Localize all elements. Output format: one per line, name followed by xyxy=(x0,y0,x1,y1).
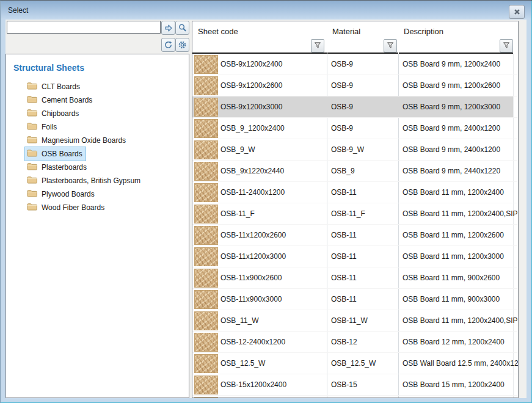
tree-item[interactable]: Magnesium Oxide Boards xyxy=(6,134,189,147)
close-icon xyxy=(514,7,520,18)
osb-texture-thumbnail xyxy=(194,290,218,309)
cell-sheet-code: OSB-15x1200x2600 xyxy=(220,396,286,398)
cell-description: OSB Board 9 mm, 2440x1220 xyxy=(403,161,500,181)
go-button[interactable] xyxy=(161,21,175,35)
column-header-description[interactable]: Description xyxy=(404,27,443,36)
table-row[interactable]: OSB-11x900x2600 OSB-11 OSB Board 11 mm, … xyxy=(192,267,518,289)
osb-texture-thumbnail xyxy=(194,76,218,95)
cell-material: OSB-9_W xyxy=(331,139,364,160)
column-header-material[interactable]: Material xyxy=(332,27,360,36)
cell-sheet-code: OSB-15x1200x2400 xyxy=(220,374,286,395)
cell-sheet-code: OSB-11x900x2600 xyxy=(220,267,282,288)
table-row[interactable]: OSB-11x900x3000 OSB-11 OSB Board 11 mm, … xyxy=(192,289,518,310)
osb-texture-thumbnail xyxy=(194,226,218,245)
osb-texture-thumbnail xyxy=(194,311,218,330)
table-row[interactable]: OSB-15x1200x2600 OSB-15 OSB Board 15 mm,… xyxy=(192,396,518,398)
table-row[interactable]: OSB_9_1200x2400 OSB-9 OSB Board 9 mm, 24… xyxy=(192,118,518,139)
search-button[interactable] xyxy=(175,21,189,35)
tree-item[interactable]: Cement Boards xyxy=(6,93,189,107)
column-header-sheet-code[interactable]: Sheet code xyxy=(198,27,238,36)
osb-texture-thumbnail xyxy=(194,98,218,117)
table-row[interactable]: OSB-11-2400x1200 OSB-11 OSB Board 11 mm,… xyxy=(192,182,518,203)
folder-icon xyxy=(27,81,37,92)
cell-material: OSB-11 xyxy=(331,246,357,267)
osb-texture-thumbnail xyxy=(194,162,218,181)
cell-description: OSB Board 9 mm, 1200x2600 xyxy=(403,75,500,96)
filter-button-sheet-code[interactable] xyxy=(311,39,324,53)
table-row[interactable]: OSB-11x1200x2600 OSB-11 OSB Board 11 mm,… xyxy=(192,225,518,246)
folder-icon xyxy=(27,189,37,200)
tree-item[interactable]: Chipboards xyxy=(6,107,189,120)
cell-description: OSB Board 11 mm, 900x2600 xyxy=(403,267,500,288)
filter-button-material[interactable] xyxy=(384,39,397,53)
refresh-button[interactable] xyxy=(161,38,175,52)
table-row[interactable]: OSB_12.5_W OSB_12.5_W OSB Wall Board 12.… xyxy=(192,353,518,374)
folder-icon xyxy=(27,95,37,106)
osb-texture-thumbnail xyxy=(194,205,218,223)
window-title: Select xyxy=(8,6,28,15)
folder-icon xyxy=(27,108,37,119)
cell-sheet-code: OSB-11x900x3000 xyxy=(220,289,282,310)
tree-item[interactable]: Foils xyxy=(6,120,189,134)
table-row[interactable]: OSB-9x1200x2600 OSB-9 OSB Board 9 mm, 12… xyxy=(192,75,518,96)
funnel-icon xyxy=(314,40,321,51)
select-dialog: Select xyxy=(0,0,532,403)
tree-item-label: OSB Boards xyxy=(42,150,82,158)
settings-button[interactable] xyxy=(175,38,189,52)
table-row[interactable]: OSB-11x1200x3000 OSB-11 OSB Board 11 mm,… xyxy=(192,246,518,267)
cell-material: OSB-9 xyxy=(331,75,353,96)
client-area: Structural Sheets CLT Boards Cement Boar… xyxy=(5,20,527,398)
osb-texture-thumbnail xyxy=(194,354,218,373)
folder-icon xyxy=(27,175,37,186)
tree-item-label: Cement Boards xyxy=(42,96,92,104)
cell-description: OSB Board 11 mm, 900x3000 xyxy=(403,289,500,310)
cell-description: OSB Board 9 mm, 2400x1200 xyxy=(403,118,500,139)
table-row[interactable]: OSB-11_F OSB-11_F OSB Board 11 mm, 1200x… xyxy=(192,203,518,225)
cell-material: OSB-15 xyxy=(331,396,357,398)
title-bar[interactable]: Select xyxy=(1,1,531,20)
osb-texture-thumbnail xyxy=(194,140,218,159)
cell-material: OSB-9 xyxy=(331,118,353,139)
magnifier-icon xyxy=(178,23,187,32)
tree-item[interactable]: CLT Boards xyxy=(6,80,189,93)
cell-material: OSB-9 xyxy=(331,96,353,117)
osb-texture-thumbnail xyxy=(194,397,218,398)
cell-sheet-code: OSB-11x1200x2600 xyxy=(220,225,286,245)
tree-items: CLT Boards Cement Boards Chipboards xyxy=(6,80,189,214)
cell-material: OSB-11 xyxy=(331,182,357,203)
folder-icon xyxy=(27,122,37,133)
cell-description: OSB Board 11 mm, 1200x2400,SIP xyxy=(403,310,518,331)
tree-item-label: CLT Boards xyxy=(42,82,80,91)
table-row[interactable]: OSB-9x1200x3000 OSB-9 OSB Board 9 mm, 12… xyxy=(192,96,518,118)
close-button[interactable] xyxy=(509,5,525,19)
cell-sheet-code: OSB-9x1200x2400 xyxy=(220,54,282,74)
filter-button-description[interactable] xyxy=(500,39,513,53)
tree-item[interactable]: Wood Fiber Boards xyxy=(6,201,189,214)
cell-description: OSB Wall Board 12.5 mm, 2400x1200 xyxy=(403,353,519,374)
table-header: Sheet code Material Description xyxy=(192,21,518,54)
tree-item[interactable]: Plasterboards xyxy=(6,161,189,174)
tree-item[interactable]: OSB Boards xyxy=(6,147,189,161)
cell-sheet-code: OSB-11x1200x3000 xyxy=(220,246,286,267)
cell-sheet-code: OSB_12.5_W xyxy=(220,353,265,374)
search-input[interactable] xyxy=(7,21,161,34)
tree-item[interactable]: Plasterboards, British Gypsum xyxy=(6,174,189,187)
cell-sheet-code: OSB-12-2400x1200 xyxy=(220,332,285,352)
tree-item-label: Chipboards xyxy=(42,109,79,118)
tree-item-label: Plasterboards xyxy=(42,163,87,172)
table-row[interactable]: OSB_9_W OSB-9_W OSB Board 9 mm, 2400x120… xyxy=(192,139,518,161)
cell-description: OSB Board 9 mm, 1200x2400 xyxy=(403,54,500,74)
cell-material: OSB-12 xyxy=(331,332,357,352)
cell-material: OSB-11 xyxy=(331,267,357,288)
table-row[interactable]: OSB_9x1220x2440 OSB_9 OSB Board 9 mm, 24… xyxy=(192,161,518,182)
tree-root-label: Structural Sheets xyxy=(13,63,84,73)
category-tree-panel: Structural Sheets CLT Boards Cement Boar… xyxy=(5,54,189,398)
table-row[interactable]: OSB_11_W OSB-11_W OSB Board 11 mm, 1200x… xyxy=(192,310,518,332)
cell-sheet-code: OSB_9x1220x2440 xyxy=(220,161,284,181)
cell-sheet-code: OSB_9_1200x2400 xyxy=(220,118,285,139)
table-row[interactable]: OSB-15x1200x2400 OSB-15 OSB Board 15 mm,… xyxy=(192,374,518,396)
tree-item[interactable]: Plywood Boards xyxy=(6,187,189,201)
table-row[interactable]: OSB-9x1200x2400 OSB-9 OSB Board 9 mm, 12… xyxy=(192,54,518,75)
cell-description: OSB Board 11 mm, 1200x2400 xyxy=(403,182,504,203)
table-row[interactable]: OSB-12-2400x1200 OSB-12 OSB Board 12 mm,… xyxy=(192,332,518,353)
